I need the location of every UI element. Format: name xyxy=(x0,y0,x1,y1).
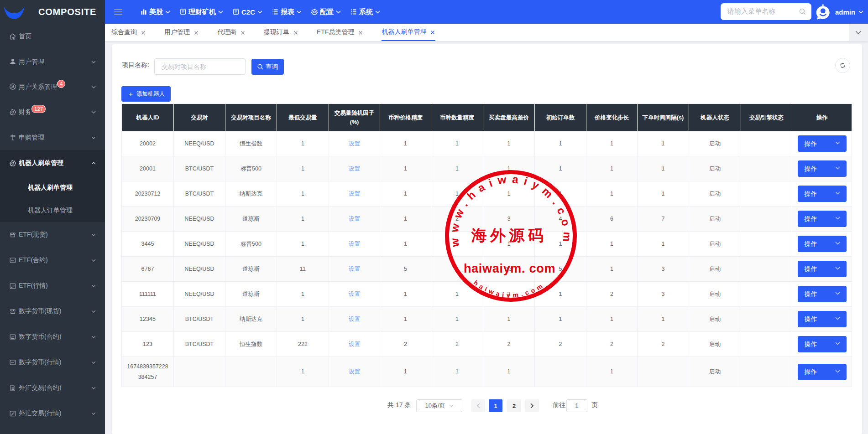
svg-text:haiwaiym. com: haiwaiym. com xyxy=(464,262,555,275)
svg-text:海外源码: 海外源码 xyxy=(471,227,547,244)
